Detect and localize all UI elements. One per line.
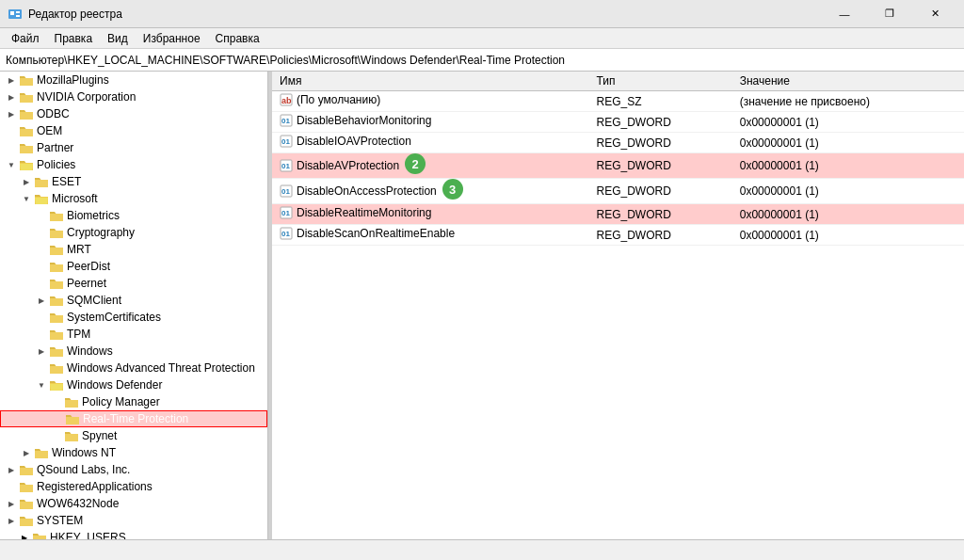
value-name: 01DisableRealtimeMonitoring — [272, 204, 589, 225]
value-type: REG_DWORD — [589, 153, 732, 179]
svg-text:01: 01 — [281, 117, 290, 125]
close-button[interactable]: ✕ — [913, 0, 956, 28]
tree-item-partner[interactable]: Partner — [0, 139, 267, 156]
tree-item-regapps[interactable]: RegisteredApplications — [0, 478, 267, 495]
registry-values: Имя Тип Значение ab(По умолчанию)REG_SZ(… — [272, 72, 964, 539]
table-row[interactable]: ab(По умолчанию)REG_SZ(значение не присв… — [272, 91, 964, 112]
table-row[interactable]: 01DisableOnAccessProtection3REG_DWORD0x0… — [272, 179, 964, 204]
svg-text:ab: ab — [281, 96, 292, 105]
tree-item-qsoundlabs[interactable]: ▶QSound Labs, Inc. — [0, 461, 267, 478]
folder-icon — [49, 243, 64, 256]
table-header: Имя Тип Значение — [272, 72, 964, 91]
value-name: 01DisableOnAccessProtection3 — [272, 179, 589, 204]
svg-text:01: 01 — [281, 162, 290, 170]
tree-item-system[interactable]: ▶SYSTEM — [0, 512, 267, 529]
tree-item-policies[interactable]: ▼Policies — [0, 156, 267, 173]
tree-item-realtimeprot[interactable]: Real-Time Protection — [0, 410, 267, 427]
expand-icon — [34, 242, 49, 257]
tree-item-spynet[interactable]: Spynet — [0, 427, 267, 444]
tree-label: Biometrics — [67, 209, 120, 222]
menu-bar: Файл Правка Вид Избранное Справка — [0, 28, 964, 49]
tree-label: Windows — [67, 344, 113, 358]
value-data: 0x00000001 (1) — [732, 225, 964, 246]
folder-icon — [49, 378, 64, 392]
tree-item-biometrics[interactable]: Biometrics — [0, 207, 267, 224]
tree-label: Windows NT — [52, 446, 116, 459]
tree-label: OEM — [37, 124, 62, 137]
menu-edit[interactable]: Правка — [47, 30, 101, 47]
tree-item-hkusers[interactable]: ▶ HKEY_USERS — [0, 529, 267, 539]
expand-icon: ▶ — [19, 445, 34, 460]
folder-icon — [65, 412, 80, 425]
folder-icon — [49, 328, 64, 341]
folder-icon — [19, 141, 34, 154]
tree-label: SQMClient — [67, 294, 121, 307]
table-row[interactable]: 01DisableIOAVProtectionREG_DWORD0x000000… — [272, 133, 964, 153]
registry-tree[interactable]: ▶MozillaPlugins▶NVIDIA Corporation▶ODBCO… — [0, 72, 268, 539]
tree-item-cryptography[interactable]: Cryptography — [0, 224, 267, 241]
value-data: 0x00000001 (1) — [732, 153, 964, 179]
value-type: REG_DWORD — [589, 204, 732, 225]
tree-item-oem[interactable]: OEM — [0, 122, 267, 139]
expand-icon: ▶ — [4, 496, 19, 511]
maximize-button[interactable]: ❐ — [868, 0, 911, 28]
menu-view[interactable]: Вид — [100, 30, 136, 47]
table-row[interactable]: 01DisableScanOnRealtimeEnableREG_DWORD0x… — [272, 225, 964, 246]
menu-favorites[interactable]: Избранное — [136, 30, 208, 47]
tree-item-watp[interactable]: Windows Advanced Threat Protection — [0, 360, 267, 376]
value-type: REG_DWORD — [589, 133, 732, 153]
expand-icon — [4, 479, 19, 494]
tree-item-tpm[interactable]: TPM — [0, 326, 267, 343]
value-type: REG_SZ — [589, 91, 732, 112]
table-row[interactable]: 01DisableRealtimeMonitoringREG_DWORD0x00… — [272, 204, 964, 225]
tree-item-wow6432[interactable]: ▶WOW6432Node — [0, 495, 267, 512]
tree-item-eset[interactable]: ▶ESET — [0, 173, 267, 190]
tree-item-windowsnt[interactable]: ▶Windows NT — [0, 444, 267, 461]
tree-label: Policy Manager — [82, 395, 160, 408]
tree-item-microsoft[interactable]: ▼Microsoft — [0, 190, 267, 207]
tree-item-sqmclient[interactable]: ▶SQMClient — [0, 292, 267, 309]
values-table: Имя Тип Значение ab(По умолчанию)REG_SZ(… — [272, 72, 964, 246]
tree-item-peerdist[interactable]: PeerDist — [0, 258, 267, 275]
tree-label: SystemCertificates — [67, 311, 161, 324]
menu-help[interactable]: Справка — [208, 30, 267, 47]
value-data: 0x00000001 (1) — [732, 112, 964, 133]
folder-icon — [34, 192, 49, 205]
svg-text:01: 01 — [281, 209, 290, 217]
tree-item-peernet[interactable]: Peernet — [0, 275, 267, 292]
expand-icon: ▶ — [19, 174, 34, 189]
table-row[interactable]: 01DisableBehaviorMonitoringREG_DWORD0x00… — [272, 112, 964, 133]
expand-icon — [34, 327, 49, 342]
tree-item-systemcerts[interactable]: SystemCertificates — [0, 309, 267, 326]
expand-icon: ▼ — [4, 157, 19, 172]
folder-icon — [64, 429, 79, 442]
expand-icon: ▶ — [4, 72, 19, 88]
menu-file[interactable]: Файл — [4, 30, 47, 47]
table-row[interactable]: 01DisableAVProtection2REG_DWORD0x0000000… — [272, 153, 964, 179]
folder-icon — [49, 260, 64, 273]
tree-item-policymanager[interactable]: Policy Manager — [0, 393, 267, 410]
folder-icon — [49, 361, 64, 375]
tree-label: TPM — [67, 328, 90, 341]
tree-item-windefender[interactable]: ▼Windows Defender — [0, 376, 267, 393]
expand-icon — [49, 428, 64, 443]
expand-icon: ▶ — [4, 106, 19, 121]
tree-label: RegisteredApplications — [37, 480, 153, 493]
folder-icon — [49, 311, 64, 324]
expand-icon: ▶ — [34, 344, 49, 359]
folder-icon — [49, 209, 64, 222]
tree-item-windows[interactable]: ▶Windows — [0, 343, 267, 360]
tree-item-nvidia[interactable]: ▶NVIDIA Corporation — [0, 88, 267, 105]
folder-icon — [34, 446, 49, 459]
tree-label: MozillaPlugins — [37, 73, 109, 87]
col-value: Значение — [732, 72, 964, 91]
expand-icon — [49, 394, 64, 409]
tree-item-mozillaplugins[interactable]: ▶MozillaPlugins — [0, 72, 267, 88]
value-data: (значение не присвоено) — [732, 91, 964, 112]
tree-item-odbc[interactable]: ▶ODBC — [0, 105, 267, 122]
tree-item-mrt[interactable]: MRT — [0, 241, 267, 258]
minimize-button[interactable]: — — [823, 0, 866, 28]
tree-label: QSound Labs, Inc. — [37, 463, 130, 476]
folder-icon — [19, 107, 34, 120]
folder-icon — [19, 73, 34, 87]
